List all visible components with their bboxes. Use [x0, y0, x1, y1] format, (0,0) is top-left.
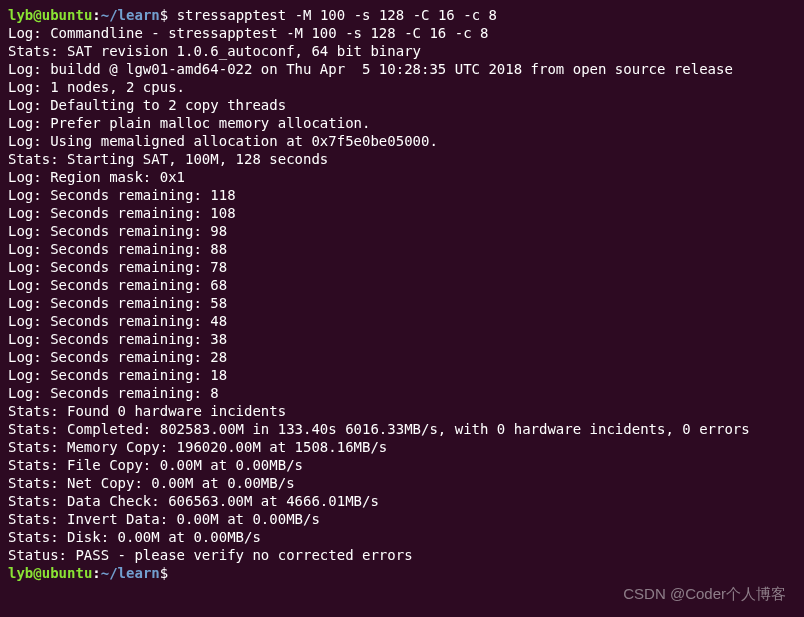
- output-line: Stats: Completed: 802583.00M in 133.40s …: [8, 420, 796, 438]
- prompt-path: ~/learn: [101, 565, 160, 581]
- output-line: Stats: Disk: 0.00M at 0.00MB/s: [8, 528, 796, 546]
- prompt-path: ~/learn: [101, 7, 160, 23]
- output-line: Stats: Starting SAT, 100M, 128 seconds: [8, 150, 796, 168]
- prompt-dollar: $: [160, 565, 177, 581]
- output-line: Stats: Memory Copy: 196020.00M at 1508.1…: [8, 438, 796, 456]
- output-line: Log: Seconds remaining: 68: [8, 276, 796, 294]
- output-line: Log: Seconds remaining: 98: [8, 222, 796, 240]
- output-line: Log: Seconds remaining: 38: [8, 330, 796, 348]
- output-line: Log: Seconds remaining: 8: [8, 384, 796, 402]
- output-line: Log: Defaulting to 2 copy threads: [8, 96, 796, 114]
- prompt-colon: :: [92, 565, 100, 581]
- output-line: Stats: Found 0 hardware incidents: [8, 402, 796, 420]
- output-line: Log: Seconds remaining: 78: [8, 258, 796, 276]
- output-line: Log: Region mask: 0x1: [8, 168, 796, 186]
- output-line: Stats: File Copy: 0.00M at 0.00MB/s: [8, 456, 796, 474]
- output-line: Log: Seconds remaining: 88: [8, 240, 796, 258]
- output-line: Stats: Net Copy: 0.00M at 0.00MB/s: [8, 474, 796, 492]
- command-text: stressapptest -M 100 -s 128 -C 16 -c 8: [177, 7, 497, 23]
- output-line: Log: Seconds remaining: 48: [8, 312, 796, 330]
- output-line: Stats: Invert Data: 0.00M at 0.00MB/s: [8, 510, 796, 528]
- terminal-window[interactable]: lyb@ubuntu:~/learn$ stressapptest -M 100…: [0, 0, 804, 617]
- prompt-colon: :: [92, 7, 100, 23]
- output-line: Log: Seconds remaining: 18: [8, 366, 796, 384]
- output-line: Log: Commandline - stressapptest -M 100 …: [8, 24, 796, 42]
- output-line: Stats: SAT revision 1.0.6_autoconf, 64 b…: [8, 42, 796, 60]
- output-line: Stats: Data Check: 606563.00M at 4666.01…: [8, 492, 796, 510]
- prompt-user: lyb: [8, 7, 33, 23]
- watermark-text: CSDN @Coder个人博客: [623, 585, 786, 603]
- output-line: Status: PASS - please verify no correcte…: [8, 546, 796, 564]
- output-line: Log: Using memaligned allocation at 0x7f…: [8, 132, 796, 150]
- output-line: Log: Prefer plain malloc memory allocati…: [8, 114, 796, 132]
- output-line: Log: buildd @ lgw01-amd64-022 on Thu Apr…: [8, 60, 796, 78]
- prompt-at: @: [33, 565, 41, 581]
- prompt-at: @: [33, 7, 41, 23]
- output-line: Log: 1 nodes, 2 cpus.: [8, 78, 796, 96]
- output-line: Log: Seconds remaining: 28: [8, 348, 796, 366]
- prompt-line-1: lyb@ubuntu:~/learn$ stressapptest -M 100…: [8, 6, 796, 24]
- output-line: Log: Seconds remaining: 58: [8, 294, 796, 312]
- prompt-host: ubuntu: [42, 565, 93, 581]
- prompt-dollar: $: [160, 7, 177, 23]
- prompt-host: ubuntu: [42, 7, 93, 23]
- prompt-line-2[interactable]: lyb@ubuntu:~/learn$: [8, 564, 796, 582]
- prompt-user: lyb: [8, 565, 33, 581]
- output-line: Log: Seconds remaining: 108: [8, 204, 796, 222]
- output-line: Log: Seconds remaining: 118: [8, 186, 796, 204]
- output-block: Log: Commandline - stressapptest -M 100 …: [8, 24, 796, 564]
